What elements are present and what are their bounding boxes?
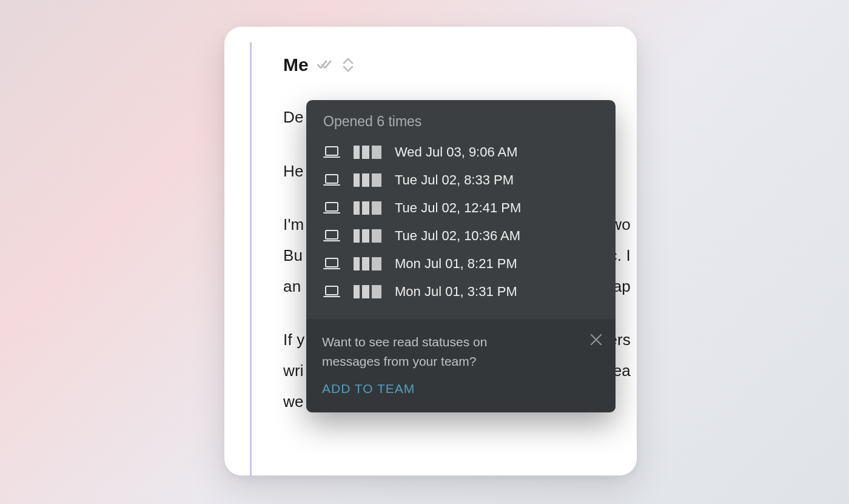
close-icon[interactable]: [589, 332, 603, 351]
open-event-row: Tue Jul 02, 12:41 PM: [323, 194, 599, 222]
redacted-name: [354, 285, 381, 298]
open-event-row: Mon Jul 01, 3:31 PM: [323, 278, 599, 306]
laptop-icon: [323, 201, 340, 215]
svg-rect-8: [326, 258, 338, 267]
open-timestamp: Mon Jul 01, 3:31 PM: [395, 284, 517, 300]
laptop-icon: [323, 285, 340, 298]
open-timestamp: Tue Jul 02, 8:33 PM: [395, 172, 514, 188]
email-card: Me De He I': [224, 27, 637, 475]
svg-rect-0: [326, 147, 338, 155]
footer-prompt: Want to see read statuses on messages fr…: [322, 332, 540, 371]
redacted-name: [354, 229, 381, 243]
laptop-icon: [323, 257, 340, 270]
open-timestamp: Mon Jul 01, 8:21 PM: [395, 256, 517, 272]
laptop-icon: [323, 146, 340, 159]
redacted-name: [354, 257, 381, 270]
body-fragment: I'm: [283, 209, 304, 240]
redacted-name: [354, 201, 381, 215]
laptop-icon: [323, 173, 340, 187]
laptop-icon: [323, 229, 340, 243]
svg-rect-2: [326, 175, 338, 183]
open-event-row: Tue Jul 02, 10:36 AM: [323, 222, 599, 250]
read-status-icon[interactable]: [317, 59, 333, 71]
email-header: Me: [283, 55, 637, 75]
body-fragment: If y: [283, 324, 304, 355]
open-timestamp: Tue Jul 02, 10:36 AM: [395, 228, 520, 244]
open-event-row: Wed Jul 03, 9:06 AM: [323, 138, 599, 166]
expand-collapse-icon[interactable]: [341, 58, 355, 72]
body-fragment: Bu: [283, 240, 303, 271]
svg-rect-6: [326, 230, 338, 239]
body-fragment: an: [283, 271, 301, 302]
open-events-list: Wed Jul 03, 9:06 AM Tue Jul 02, 8:33 PM …: [306, 138, 616, 319]
svg-rect-10: [326, 286, 338, 295]
svg-rect-4: [326, 203, 338, 211]
popover-title: Opened 6 times: [306, 100, 616, 138]
sender-name: Me: [283, 55, 309, 75]
redacted-name: [354, 146, 381, 159]
popover-footer: Want to see read statuses on messages fr…: [306, 319, 616, 412]
body-fragment: wri: [283, 355, 304, 386]
read-status-popover: Opened 6 times Wed Jul 03, 9:06 AM Tue J…: [306, 100, 616, 412]
add-to-team-button[interactable]: ADD TO TEAM: [322, 381, 415, 396]
open-timestamp: Tue Jul 02, 12:41 PM: [395, 200, 521, 216]
open-event-row: Mon Jul 01, 8:21 PM: [323, 250, 599, 278]
open-event-row: Tue Jul 02, 8:33 PM: [323, 166, 599, 194]
open-timestamp: Wed Jul 03, 9:06 AM: [395, 144, 518, 160]
redacted-name: [354, 173, 381, 187]
